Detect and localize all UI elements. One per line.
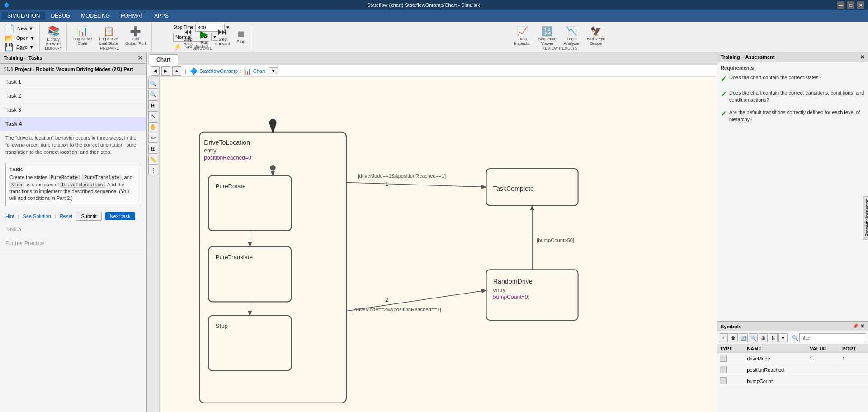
training-tasks-title: Training – Tasks <box>4 55 42 61</box>
maximize-button[interactable]: □ <box>847 1 854 9</box>
transition-1-label: [driveMode==1&&positionReached==1] <box>358 173 446 179</box>
sym-name-2: bumpCount <box>744 376 807 387</box>
further-practice: Further Practice <box>0 237 146 251</box>
data-inspector-button[interactable]: 📈 DataInspector <box>511 24 533 48</box>
breadcrumb-forward[interactable]: ▶ <box>161 66 170 76</box>
requirements-title: Requirements <box>717 62 868 71</box>
task-complete-title: TaskComplete <box>493 185 534 192</box>
grid-tool[interactable]: ⊞ <box>148 144 158 154</box>
fit-view-button[interactable]: ⊞ <box>148 100 158 110</box>
see-solution-link[interactable]: See Solution <box>23 213 51 219</box>
step-back-button[interactable]: ⏮ StepBack <box>180 24 196 49</box>
sym-filter-button[interactable]: ⊞ <box>759 333 768 342</box>
sequence-viewer-button[interactable]: 🔢 SequenceViewer <box>535 24 559 48</box>
simulate-section: Stop Time ▼ Normal ▼ ⚡ Fast Restart ⏮ St… <box>153 23 252 52</box>
breadcrumb-back[interactable]: ◀ <box>151 66 160 76</box>
req-2-text: Does the chart contain the correct trans… <box>729 90 864 104</box>
check-icon-3: ✓ <box>721 109 726 119</box>
sym-port-1 <box>840 365 868 376</box>
symbols-pin[interactable]: 📌 <box>852 323 859 329</box>
menu-modeling[interactable]: MODELING <box>75 12 115 20</box>
sym-refresh-button[interactable]: 🔄 <box>739 333 748 342</box>
task-links: Hint | See Solution | Reset Submit Next … <box>0 210 146 223</box>
breadcrumb-up[interactable]: ▲ <box>172 66 181 76</box>
library-section-label: LIBRARY <box>41 46 66 51</box>
menu-bar: SIMULATION DEBUG MODELING FORMAT APPS <box>0 10 868 22</box>
run-button[interactable]: ▶ Run <box>197 24 212 49</box>
submit-button[interactable]: Submit <box>76 212 101 221</box>
breadcrumb-dropdown[interactable]: ▼ <box>269 67 278 74</box>
log-active-state-button[interactable]: 📊 Log ActiveState <box>71 24 95 48</box>
task-1[interactable]: Task 1 <box>0 75 146 89</box>
menu-debug[interactable]: DEBUG <box>45 12 75 20</box>
symbols-filter-input[interactable] <box>799 333 866 342</box>
more-tools[interactable]: ⋮ <box>148 166 158 175</box>
project-title: 11.1 Project - Robotic Vacuum Driving Mo… <box>0 64 146 75</box>
annotate-tool[interactable]: ✏ <box>148 133 158 143</box>
birds-eye-button[interactable]: 🦅 Bird's-EyeScope <box>584 24 608 48</box>
stop-sim-button[interactable]: ⏹ Stop <box>234 24 248 49</box>
new-button[interactable]: New ▼ <box>15 25 35 32</box>
pan-tool[interactable]: ✋ <box>148 122 158 132</box>
sym-search-button[interactable]: 🔍 <box>749 333 758 342</box>
window-controls[interactable]: — □ ✕ <box>837 1 864 9</box>
breadcrumb-root[interactable]: StateflowOnramp <box>199 68 238 74</box>
canvas-area[interactable]: 🔍 🔍 ⊞ ↖ ✋ ✏ ⊞ 📏 ⋮ DriveToLocation entry: <box>147 77 717 412</box>
sym-delete-button[interactable]: 🗑 <box>729 333 738 342</box>
log-active-leaf-button[interactable]: 📋 Log ActiveLeaf State <box>96 24 121 48</box>
task-box-title: TASK <box>9 167 137 172</box>
chart-icon: 📊 <box>244 67 251 75</box>
symbols-close[interactable]: ✕ <box>860 323 864 329</box>
next-task-button[interactable]: Next task <box>105 212 135 220</box>
sym-value-0: 1 <box>807 353 840 365</box>
task-3[interactable]: Task 3 <box>0 103 146 117</box>
assessment-close[interactable]: ✕ <box>860 54 864 60</box>
add-output-port-button[interactable]: ➕ AddOutput Port <box>123 24 149 48</box>
sym-type-icon-0 <box>720 355 727 362</box>
transition-2-label: [driveMode==2&&positionReached==1] <box>353 307 441 312</box>
hint-link[interactable]: Hint <box>5 213 14 219</box>
assessment-header: Training – Assessment ✕ <box>717 52 868 62</box>
reset-link[interactable]: Reset <box>60 213 73 219</box>
breadcrumb-chart[interactable]: Chart <box>253 68 265 74</box>
sym-port-2 <box>840 376 868 387</box>
zoom-out-button[interactable]: 🔍 <box>148 90 158 99</box>
menu-apps[interactable]: APPS <box>149 12 174 20</box>
open-button[interactable]: Open ▼ <box>14 34 37 42</box>
sym-sort-button[interactable]: ⇅ <box>769 333 778 342</box>
minimize-button[interactable]: — <box>837 1 844 9</box>
col-port: PORT <box>840 345 868 353</box>
sym-value-2 <box>807 376 840 387</box>
left-panel-close[interactable]: ✕ <box>137 54 143 62</box>
symbol-row-1: positionReached <box>717 365 868 376</box>
sym-type-icon-1 <box>720 366 727 373</box>
ruler-tool[interactable]: 📏 <box>148 155 158 165</box>
close-button[interactable]: ✕ <box>857 1 864 9</box>
random-drive-title: RandomDrive <box>493 278 533 285</box>
req-1-text: Does the chart contain the correct state… <box>729 74 821 81</box>
select-tool[interactable]: ↖ <box>148 111 158 121</box>
left-panel-header: Training – Tasks ✕ <box>0 52 146 64</box>
review-results-section: 📈 DataInspector 🔢 SequenceViewer 📉 Logic… <box>253 23 866 52</box>
col-type: TYPE <box>717 345 744 353</box>
zoom-in-button[interactable]: 🔍 <box>148 79 158 89</box>
window-title: Stateflow (chart) StateflowOnramp/Chart … <box>367 2 480 8</box>
task-2[interactable]: Task 2 <box>0 89 146 103</box>
sym-add-button[interactable]: + <box>719 333 728 342</box>
canvas-toolbar: 🔍 🔍 ⊞ ↖ ✋ ✏ ⊞ 📏 ⋮ <box>147 77 160 412</box>
toolbar: 📄 New ▼ 📂 Open ▼ 💾 Save ▼ 🖨 Print ▼ FILE <box>0 22 868 52</box>
menu-simulation[interactable]: SIMULATION <box>2 12 45 20</box>
chart-tab[interactable]: Chart <box>149 54 178 65</box>
step-forward-button[interactable]: ⏭ StepForward <box>212 24 233 49</box>
library-browser-button[interactable]: 📚 LibraryBrowser <box>43 24 64 48</box>
property-inspector-tab[interactable]: Property Inspector <box>863 196 868 240</box>
task-description: The "drive to location" behavior occurs … <box>0 131 146 159</box>
stateflow-diagram[interactable]: DriveToLocation entry: positionReached=0… <box>160 77 717 412</box>
logic-analyzer-button[interactable]: 📉 LogicAnalyzer <box>561 24 582 48</box>
svg-point-6 <box>270 165 275 170</box>
task-4[interactable]: Task 4 <box>0 117 146 131</box>
prepare-section: 📊 Log ActiveState 📋 Log ActiveLeaf State… <box>68 23 152 52</box>
menu-format[interactable]: FORMAT <box>115 12 149 20</box>
library-section: 📚 LibraryBrowser LIBRARY <box>41 23 67 52</box>
sym-more-button[interactable]: ▼ <box>778 333 788 342</box>
